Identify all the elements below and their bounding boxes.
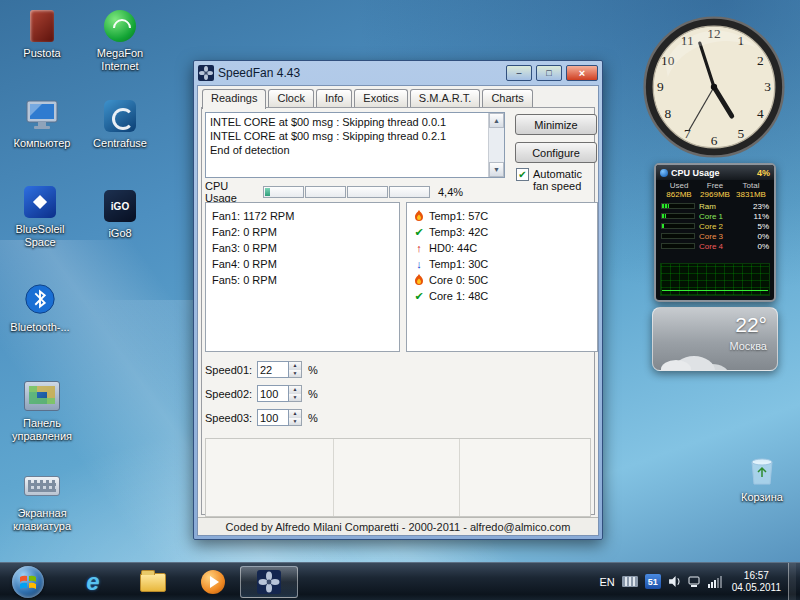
scroll-down-icon[interactable]: ▼ bbox=[489, 162, 504, 177]
meter-row-core4: Core 4 0% bbox=[661, 241, 769, 251]
meter-row-core2: Core 2 5% bbox=[661, 221, 769, 231]
desktop-icon-computer[interactable]: Компьютер bbox=[4, 98, 80, 150]
tab-exotics[interactable]: Exotics bbox=[354, 89, 407, 107]
window-body: Readings Clock Info Exotics S.M.A.R.T. C… bbox=[197, 85, 599, 536]
fan-reading: Fan4: 0 RPM bbox=[212, 256, 393, 272]
network-icon[interactable] bbox=[688, 576, 701, 588]
mem-total-value: 3831MB bbox=[733, 190, 769, 199]
desktop-icon-pustota[interactable]: Pustota bbox=[4, 8, 80, 60]
signal-bars-icon[interactable] bbox=[708, 576, 722, 588]
desktop-icon-centrafuse[interactable]: Centrafuse bbox=[82, 98, 158, 150]
chart-placeholder bbox=[205, 438, 591, 517]
window-maximize-button[interactable]: □ bbox=[536, 65, 562, 81]
igo8-icon: iGO bbox=[101, 188, 139, 224]
taskbar-explorer-button[interactable] bbox=[136, 567, 170, 597]
cpu-meter-fill-2 bbox=[662, 224, 664, 228]
cpu-usage-gadget[interactable]: CPU Usage 4% Used Free Total 862MB 2969M… bbox=[654, 163, 776, 302]
speed03-input[interactable] bbox=[257, 409, 289, 426]
spinner-up-icon[interactable]: ▲ bbox=[289, 362, 301, 370]
desktop-icon-label: MegaFon Internet bbox=[82, 47, 158, 73]
speedfan-window: SpeedFan 4.43 – □ × Readings Clock Info … bbox=[193, 60, 603, 540]
meter-value: 23% bbox=[753, 202, 769, 211]
tab-clock[interactable]: Clock bbox=[268, 89, 314, 107]
arrow-down-icon: ↓ bbox=[413, 259, 425, 270]
cpu-meter-label-0: Ram bbox=[699, 202, 749, 211]
window-minimize-button[interactable]: – bbox=[506, 65, 532, 81]
speed01-unit: % bbox=[308, 364, 318, 376]
log-line: End of detection bbox=[210, 143, 484, 157]
cpu-core-bar bbox=[305, 186, 346, 198]
windows-logo-icon bbox=[18, 572, 38, 592]
desktop-icon-bluesoleil[interactable]: BlueSoleil Space bbox=[2, 184, 78, 249]
tab-info[interactable]: Info bbox=[316, 89, 352, 107]
desktop-icon-on-screen-keyboard[interactable]: Экранная клавиатура bbox=[4, 468, 80, 533]
detection-log[interactable]: INTEL CORE at $00 msg : Skipping thread … bbox=[205, 112, 505, 178]
speed02-row: Speed02: ▲ ▼ % bbox=[205, 384, 318, 403]
svg-text:3: 3 bbox=[764, 79, 771, 94]
window-close-button[interactable]: × bbox=[566, 65, 598, 81]
tab-charts[interactable]: Charts bbox=[482, 89, 532, 107]
arrow-up-icon: ↑ bbox=[413, 243, 425, 254]
clock-gadget[interactable]: 12 1 2 3 4 5 6 7 8 9 10 11 bbox=[641, 14, 787, 160]
tray-app-badge[interactable]: 51 bbox=[645, 574, 661, 589]
desktop-icon-megafon[interactable]: MegaFon Internet bbox=[82, 8, 158, 73]
temp-readings-panel: Temp1: 57C ✔ Temp3: 42C ↑ HD0: 44C ↓ Tem… bbox=[406, 202, 598, 352]
cloud-image bbox=[661, 360, 691, 371]
desktop-icon-igo8[interactable]: iGO iGo8 bbox=[82, 188, 158, 240]
checkbox-check-icon[interactable]: ✔ bbox=[516, 168, 529, 181]
speed02-spinner[interactable]: ▲ ▼ bbox=[289, 385, 302, 402]
cpu-core-bar bbox=[347, 186, 388, 198]
speed03-label: Speed03: bbox=[205, 412, 257, 424]
window-title: SpeedFan 4.43 bbox=[218, 66, 502, 80]
taskbar-ie-button[interactable]: e bbox=[76, 567, 110, 597]
log-scrollbar[interactable]: ▲ ▼ bbox=[488, 113, 504, 177]
weather-temperature: 22° bbox=[735, 313, 767, 337]
tab-readings[interactable]: Readings bbox=[202, 89, 266, 109]
spinner-up-icon[interactable]: ▲ bbox=[289, 386, 301, 394]
desktop-icon-label: Bluetooth-... bbox=[2, 321, 78, 334]
computer-icon bbox=[23, 98, 61, 134]
speed01-input[interactable] bbox=[257, 361, 289, 378]
spinner-down-icon[interactable]: ▼ bbox=[289, 370, 301, 378]
speed02-input[interactable] bbox=[257, 385, 289, 402]
speed02-unit: % bbox=[308, 388, 318, 400]
configure-button[interactable]: Configure bbox=[515, 142, 597, 163]
svg-text:9: 9 bbox=[657, 79, 664, 94]
title-bar[interactable]: SpeedFan 4.43 – □ × bbox=[194, 61, 602, 85]
mem-used-header: Used bbox=[661, 181, 697, 190]
meter-row-ram: Ram 23% bbox=[661, 201, 769, 211]
fan-reading: Fan2: 0 RPM bbox=[212, 224, 393, 240]
desktop-icon-bluetooth[interactable]: Bluetooth-... bbox=[2, 282, 78, 334]
show-desktop-button[interactable] bbox=[788, 563, 796, 600]
weather-gadget[interactable]: 22° Москва bbox=[652, 307, 778, 371]
spinner-up-icon[interactable]: ▲ bbox=[289, 410, 301, 418]
tray-clock[interactable]: 16:57 04.05.2011 bbox=[732, 570, 781, 594]
spinner-down-icon[interactable]: ▼ bbox=[289, 394, 301, 402]
minimize-button[interactable]: Minimize bbox=[515, 114, 597, 135]
desktop-icon-control-panel[interactable]: Панель управления bbox=[4, 378, 80, 443]
speed01-spinner[interactable]: ▲ ▼ bbox=[289, 361, 302, 378]
scroll-track[interactable] bbox=[489, 128, 504, 162]
taskbar-media-player-button[interactable] bbox=[196, 567, 230, 597]
taskbar-speedfan-button[interactable] bbox=[240, 566, 298, 598]
scroll-up-icon[interactable]: ▲ bbox=[489, 113, 504, 128]
speed03-spinner[interactable]: ▲ ▼ bbox=[289, 409, 302, 426]
cpu-core-bars bbox=[263, 186, 430, 198]
svg-text:8: 8 bbox=[664, 106, 671, 121]
language-indicator[interactable]: EN bbox=[599, 576, 614, 588]
start-button[interactable] bbox=[12, 566, 44, 598]
window-status-bar: Coded by Alfredo Milani Comparetti - 200… bbox=[198, 517, 598, 535]
temp-reading: Core 1: 48C bbox=[429, 288, 488, 304]
keyboard-layout-icon[interactable] bbox=[622, 576, 638, 587]
cpu-bar-fill-0 bbox=[265, 188, 270, 196]
desktop-icon-recycle-bin[interactable]: Корзина bbox=[724, 452, 800, 504]
temp-reading: HD0: 44C bbox=[429, 240, 477, 256]
tab-smart[interactable]: S.M.A.R.T. bbox=[410, 89, 481, 107]
temp-reading: Core 0: 50C bbox=[429, 272, 488, 288]
spinner-down-icon[interactable]: ▼ bbox=[289, 418, 301, 426]
cpu-meter-label-4: Core 4 bbox=[699, 242, 753, 251]
cpu-usage-label: CPU Usage bbox=[205, 180, 263, 204]
cpu-usage-row: CPU Usage 4,4% bbox=[205, 185, 591, 198]
volume-icon[interactable] bbox=[668, 575, 681, 588]
flame-icon bbox=[413, 274, 425, 286]
